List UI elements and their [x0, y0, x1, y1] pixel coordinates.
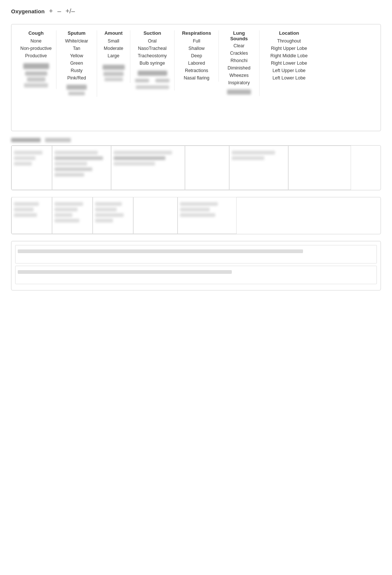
sputum-column: Sputum White/clear Tan Yellow Green Rust… [56, 30, 97, 97]
lung-inspiratory[interactable]: Inspiratory [221, 79, 257, 86]
lung-selected-area [221, 89, 257, 95]
lower-col-c [111, 146, 185, 190]
amount-selected-area [99, 65, 128, 81]
sputum-rusty[interactable]: Rusty [59, 67, 94, 74]
lung-sounds-column: LungSounds Clear Crackles Rhonchi Dimini… [219, 30, 259, 96]
cough-none[interactable]: None [18, 37, 54, 45]
sputum-tan[interactable]: Tan [59, 45, 94, 52]
lower-col2-c [93, 197, 133, 234]
sputum-green[interactable]: Green [59, 59, 94, 67]
toggle-button[interactable]: +/– [65, 7, 75, 15]
suction-column: Suction Oral NasoTracheal Tracheostomy B… [130, 30, 175, 91]
card-extra-area [16, 103, 376, 125]
sputum-pink-red[interactable]: Pink/Red [59, 74, 94, 82]
lower-col2-a [11, 197, 52, 234]
lower-col-e [229, 146, 288, 190]
lower-col2-e [178, 197, 237, 234]
suction-bulb-syringe[interactable]: Bulb syringe [133, 59, 172, 67]
add-button[interactable]: + [49, 7, 53, 15]
tab-blurred-1[interactable] [11, 138, 41, 142]
sputum-white-clear[interactable]: White/clear [59, 37, 94, 45]
cough-column: Cough None Non-productive Productive [16, 30, 56, 89]
note-area-2[interactable] [15, 266, 377, 284]
lung-rhonchi[interactable]: Rhonchi [221, 57, 257, 64]
resp-nasal-flaring[interactable]: Nasal flaring [177, 74, 216, 82]
lung-wheezes[interactable]: Wheezes [221, 72, 257, 79]
cough-productive[interactable]: Productive [18, 52, 54, 59]
location-column: Location Throughout Right Upper Lobe Rig… [259, 30, 319, 82]
amount-column: Amount Small Moderate Large [97, 30, 130, 83]
location-rul[interactable]: Right Upper Lobe [262, 45, 316, 52]
sputum-selected-area [59, 85, 94, 95]
location-rll[interactable]: Right Lower Lobe [262, 59, 316, 67]
suction-selected-area [133, 71, 172, 89]
lower-col2-d [133, 197, 178, 234]
resp-retractions[interactable]: Retractions [177, 67, 216, 74]
notes-card [11, 241, 381, 290]
location-rml[interactable]: Right Middle Lobe [262, 52, 316, 59]
lower-col-d [185, 146, 229, 190]
suction-oral[interactable]: Oral [133, 37, 172, 45]
lung-sounds-header: LungSounds [221, 30, 257, 41]
amount-large[interactable]: Large [99, 52, 128, 59]
tab-blurred-2[interactable] [45, 138, 71, 142]
resp-deep[interactable]: Deep [177, 52, 216, 59]
amount-moderate[interactable]: Moderate [99, 45, 128, 52]
respirations-column: Respirations Full Shallow Deep Labored R… [175, 30, 219, 82]
section-tabs [11, 138, 381, 142]
suction-nasotracheal[interactable]: NasoTracheal [133, 45, 172, 52]
note-area-1[interactable] [15, 245, 377, 263]
oxygenation-header: Oxygenation + – +/– [11, 7, 381, 15]
cough-non-productive[interactable]: Non-productive [18, 45, 54, 52]
lung-clear[interactable]: Clear [221, 42, 257, 50]
lower-col2-b [52, 197, 93, 234]
respirations-header: Respirations [177, 30, 216, 36]
lower-grid-1 [11, 146, 381, 190]
lung-crackles[interactable]: Crackles [221, 50, 257, 57]
location-header: Location [262, 30, 316, 36]
lower-grid-2 [11, 197, 381, 234]
suction-header: Suction [133, 30, 172, 36]
location-throughout[interactable]: Throughout [262, 37, 316, 45]
lower-grid-card-2 [11, 197, 381, 234]
options-grid: Cough None Non-productive Productive Spu… [16, 30, 376, 97]
amount-header: Amount [99, 30, 128, 36]
cough-header: Cough [18, 30, 54, 36]
lower-grid-card-1 [11, 145, 381, 190]
lower-col-b [52, 146, 111, 190]
subtract-button[interactable]: – [57, 7, 61, 15]
location-lul[interactable]: Left Upper Lobe [262, 67, 316, 74]
lower-col-f [288, 146, 351, 190]
sputum-header: Sputum [59, 30, 94, 36]
location-lll[interactable]: Left Lower Lobe [262, 74, 316, 82]
resp-labored[interactable]: Labored [177, 59, 216, 67]
suction-tracheostomy[interactable]: Tracheostomy [133, 52, 172, 59]
lower-col-a [11, 146, 52, 190]
cough-selected-area [18, 63, 54, 88]
sputum-yellow[interactable]: Yellow [59, 52, 94, 59]
page-title: Oxygenation [11, 8, 45, 14]
resp-full[interactable]: Full [177, 37, 216, 45]
main-card: Cough None Non-productive Productive Spu… [11, 24, 381, 131]
resp-shallow[interactable]: Shallow [177, 45, 216, 52]
amount-small[interactable]: Small [99, 37, 128, 45]
lung-diminished[interactable]: Diminished [221, 64, 257, 72]
